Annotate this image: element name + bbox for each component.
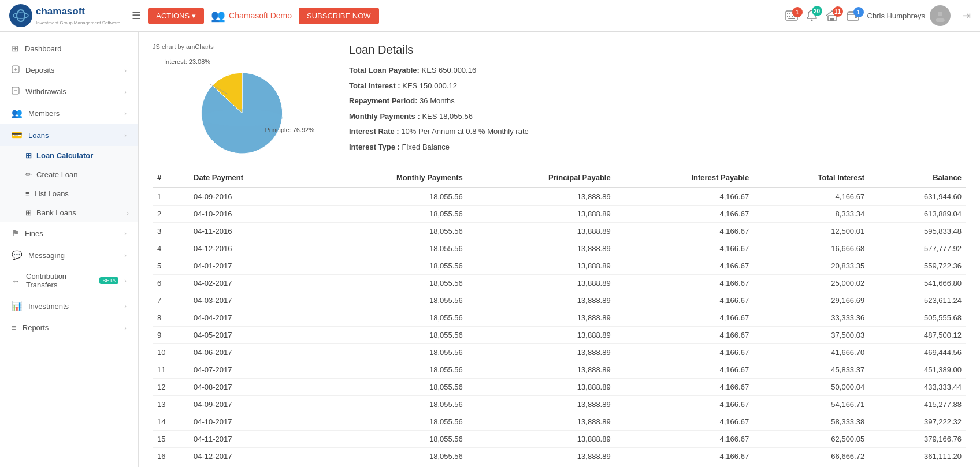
col-monthly: Monthly Payments <box>311 168 467 188</box>
sidebar-sub-create-loan[interactable]: ✏ Create Loan <box>25 165 138 184</box>
sidebar-item-withdrawals[interactable]: Withdrawals › <box>0 81 138 102</box>
keyboard-icon-badge[interactable]: 1 <box>785 10 798 21</box>
create-loan-icon: ✏ <box>25 170 32 179</box>
dashboard-icon: ⊞ <box>12 43 19 54</box>
svg-point-18 <box>938 12 942 16</box>
sidebar-item-label: Fines <box>25 229 118 238</box>
cell-principal: 13,888.89 <box>467 344 615 361</box>
investments-arrow-icon: › <box>124 302 127 309</box>
messaging-icon: 💬 <box>12 250 23 260</box>
cell-total-interest: 4,166.67 <box>753 188 869 206</box>
demo-info: 👥 Chamasoft Demo <box>211 9 292 23</box>
repayment-row: Repayment Period: 36 Months <box>349 95 966 107</box>
table-row: 8 04-04-2017 18,055.56 13,888.89 4,166.6… <box>153 309 966 327</box>
cell-date: 04-09-2017 <box>189 396 311 413</box>
cell-balance: 523,611.24 <box>869 292 966 309</box>
cell-total-interest: 12,500.01 <box>753 223 869 240</box>
signout-icon[interactable]: ⇥ <box>962 9 971 22</box>
cell-num: 4 <box>153 240 189 257</box>
sidebar-item-messaging[interactable]: 💬 Messaging › <box>0 244 138 266</box>
cell-interest-payable: 4,166.67 <box>615 344 753 361</box>
cell-interest-payable: 4,166.67 <box>615 431 753 448</box>
members-icon: 👥 <box>12 108 23 118</box>
chart-area: JS chart by amCharts Interest: 23.08% Pr… <box>153 43 966 156</box>
wallet-icon-badge[interactable]: 1 <box>847 10 859 21</box>
sidebar-item-label: Loans <box>28 131 118 140</box>
table-header-row: # Date Payment Monthly Payments Principa… <box>153 168 966 188</box>
cell-monthly: 18,055.56 <box>311 240 467 257</box>
cell-num: 13 <box>153 396 189 413</box>
cell-principal: 13,888.89 <box>467 275 615 292</box>
sidebar-sub-bank-loans[interactable]: ⊞ Bank Loans › <box>25 203 138 222</box>
reports-arrow-icon: › <box>124 324 127 331</box>
cell-date: 04-11-2017 <box>189 431 311 448</box>
cell-num: 8 <box>153 309 189 327</box>
sidebar-item-members[interactable]: 👥 Members › <box>0 102 138 124</box>
cell-total-interest: 58,333.38 <box>753 413 869 431</box>
sidebar-item-investments[interactable]: 📊 Investments › <box>0 295 138 317</box>
hamburger-icon[interactable]: ☰ <box>132 9 141 22</box>
sidebar-item-label: Members <box>28 109 118 118</box>
sidebar-sub-list-loans[interactable]: ≡ List Loans <box>25 184 138 203</box>
sidebar-item-reports[interactable]: ≡ Reports › <box>0 317 138 338</box>
cell-interest-payable: 4,166.67 <box>615 223 753 240</box>
subscribe-button[interactable]: SUBSCRIBE NOW <box>299 8 379 24</box>
svg-rect-12 <box>788 18 795 19</box>
cell-balance: 487,500.12 <box>869 327 966 344</box>
main-content: JS chart by amCharts Interest: 23.08% Pr… <box>139 32 980 467</box>
sidebar-item-deposits[interactable]: Deposits › <box>0 59 138 81</box>
col-principal: Principal Payable <box>467 168 615 188</box>
keyboard-badge: 1 <box>792 7 803 17</box>
col-interest-payable: Interest Payable <box>615 168 753 188</box>
cell-num: 15 <box>153 431 189 448</box>
actions-button[interactable]: ACTIONS ▾ <box>148 8 204 24</box>
cell-balance: 451,389.00 <box>869 361 966 379</box>
table-row: 13 04-09-2017 18,055.56 13,888.89 4,166.… <box>153 396 966 413</box>
cell-principal: 13,888.89 <box>467 465 615 468</box>
cell-num: 17 <box>153 465 189 468</box>
wallet-badge: 1 <box>853 7 864 17</box>
sidebar-item-label: Deposits <box>25 66 118 74</box>
cell-principal: 13,888.89 <box>467 240 615 257</box>
cell-date: 04-09-2016 <box>189 188 311 206</box>
table-row: 9 04-05-2017 18,055.56 13,888.89 4,166.6… <box>153 327 966 344</box>
user-menu[interactable]: Chris Humphreys <box>867 5 951 26</box>
cell-monthly: 18,055.56 <box>311 413 467 431</box>
amcharts-label: JS chart by amCharts <box>153 43 326 50</box>
cell-monthly: 18,055.56 <box>311 309 467 327</box>
sidebar-item-label: Dashboard <box>25 44 127 53</box>
cell-total-interest: 29,166.69 <box>753 292 869 309</box>
cell-monthly: 18,055.56 <box>311 344 467 361</box>
sidebar-item-dashboard[interactable]: ⊞ Dashboard <box>0 38 138 59</box>
logo-icon <box>9 4 32 27</box>
sidebar-sub-loan-calculator[interactable]: ⊞ Loan Calculator <box>25 146 138 165</box>
demo-icon: 👥 <box>211 9 225 23</box>
cell-principal: 13,888.89 <box>467 396 615 413</box>
withdrawals-icon <box>12 87 20 96</box>
sidebar-item-fines[interactable]: ⚑ Fines › <box>0 222 138 244</box>
table-row: 15 04-11-2017 18,055.56 13,888.89 4,166.… <box>153 431 966 448</box>
table-row: 16 04-12-2017 18,055.56 13,888.89 4,166.… <box>153 448 966 465</box>
table-row: 1 04-09-2016 18,055.56 13,888.89 4,166.6… <box>153 188 966 206</box>
sidebar-item-loans[interactable]: 💳 Loans › <box>0 124 138 146</box>
col-total-interest: Total Interest <box>753 168 869 188</box>
cell-num: 7 <box>153 292 189 309</box>
house-icon-badge[interactable]: 11 <box>826 10 838 21</box>
col-date: Date Payment <box>189 168 311 188</box>
cell-total-interest: 70,833.39 <box>753 465 869 468</box>
cell-date: 04-02-2017 <box>189 275 311 292</box>
bell-icon-badge[interactable]: 20 <box>806 9 818 22</box>
transfers-arrow-icon: › <box>124 277 127 284</box>
loan-details-title: Loan Details <box>349 43 966 57</box>
loans-icon: 💳 <box>12 130 23 140</box>
cell-num: 11 <box>153 361 189 379</box>
members-arrow-icon: › <box>124 110 127 117</box>
logo-sub: Investment Group Management Software <box>36 20 120 25</box>
cell-principal: 13,888.89 <box>467 188 615 206</box>
pie-chart-container: JS chart by amCharts Interest: 23.08% Pr… <box>153 43 326 151</box>
cell-interest-payable: 4,166.67 <box>615 327 753 344</box>
sidebar-item-contribution-transfers[interactable]: ↔ Contribution Transfers BETA › <box>0 266 138 295</box>
interest-rate-row: Interest Rate : 10% Per Annum at 0.8 % M… <box>349 126 966 137</box>
col-balance: Balance <box>869 168 966 188</box>
table-row: 12 04-08-2017 18,055.56 13,888.89 4,166.… <box>153 379 966 396</box>
